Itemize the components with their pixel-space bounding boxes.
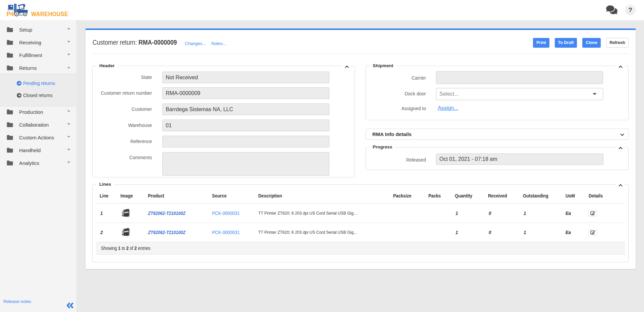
svg-text:P4: P4 [7, 10, 14, 17]
